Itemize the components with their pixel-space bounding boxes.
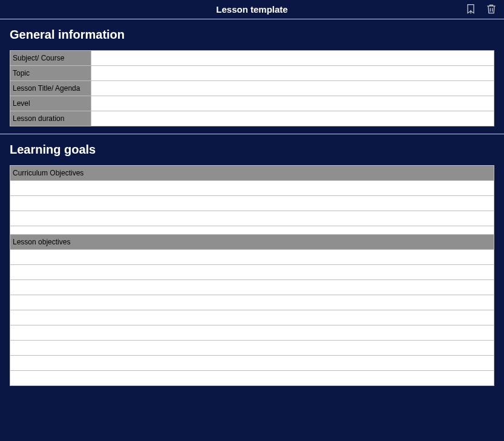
goal-cell[interactable]	[10, 280, 494, 295]
goal-cell[interactable]	[10, 310, 494, 325]
lesson-objectives-header: Lesson objectives	[10, 235, 494, 250]
page-title: Lesson template	[6, 4, 498, 15]
table-row	[10, 181, 494, 196]
curriculum-objectives-header: Curriculum Objectives	[10, 166, 494, 181]
row-value[interactable]	[91, 66, 494, 81]
table-row: Level	[10, 96, 494, 111]
spacer-cell	[10, 226, 494, 235]
row-value[interactable]	[91, 111, 494, 126]
table-row	[10, 265, 494, 280]
section-title-general: General information	[10, 28, 494, 42]
header-bar: Lesson template	[0, 0, 504, 19]
table-row	[10, 310, 494, 325]
section-title-goals: Learning goals	[10, 143, 494, 157]
table-row: Topic	[10, 66, 494, 81]
row-value[interactable]	[91, 51, 494, 66]
bookmark-icon[interactable]	[464, 2, 477, 16]
goal-cell[interactable]	[10, 250, 494, 265]
row-value[interactable]	[91, 81, 494, 96]
table-row: Lesson Title/ Agenda	[10, 81, 494, 96]
goal-cell[interactable]	[10, 181, 494, 196]
table-row: Lesson objectives	[10, 235, 494, 250]
table-row-spacer	[10, 226, 494, 235]
table-row	[10, 341, 494, 356]
row-label: Level	[10, 96, 91, 111]
table-row	[10, 250, 494, 265]
table-row	[10, 325, 494, 341]
section-learning-goals: Learning goals Curriculum Objectives Les…	[0, 134, 504, 393]
goal-cell[interactable]	[10, 371, 494, 386]
goal-cell[interactable]	[10, 325, 494, 341]
header-actions	[464, 2, 498, 16]
section-general-information: General information Subject/ Course Topi…	[0, 19, 504, 134]
goal-cell[interactable]	[10, 211, 494, 226]
row-label: Lesson Title/ Agenda	[10, 81, 91, 96]
table-row	[10, 280, 494, 295]
table-row: Lesson duration	[10, 111, 494, 126]
table-row	[10, 211, 494, 226]
goal-cell[interactable]	[10, 196, 494, 211]
table-row: Subject/ Course	[10, 51, 494, 66]
table-row	[10, 196, 494, 211]
table-row: Curriculum Objectives	[10, 166, 494, 181]
learning-goals-table: Curriculum Objectives Lesson objectives	[10, 165, 494, 386]
row-label: Topic	[10, 66, 91, 81]
trash-icon[interactable]	[485, 2, 498, 16]
row-label: Subject/ Course	[10, 51, 91, 66]
goal-cell[interactable]	[10, 295, 494, 310]
goal-cell[interactable]	[10, 341, 494, 356]
general-info-table: Subject/ Course Topic Lesson Title/ Agen…	[10, 50, 494, 126]
row-value[interactable]	[91, 96, 494, 111]
table-row	[10, 371, 494, 386]
goal-cell[interactable]	[10, 356, 494, 371]
table-row	[10, 356, 494, 371]
goal-cell[interactable]	[10, 265, 494, 280]
table-row	[10, 295, 494, 310]
row-label: Lesson duration	[10, 111, 91, 126]
